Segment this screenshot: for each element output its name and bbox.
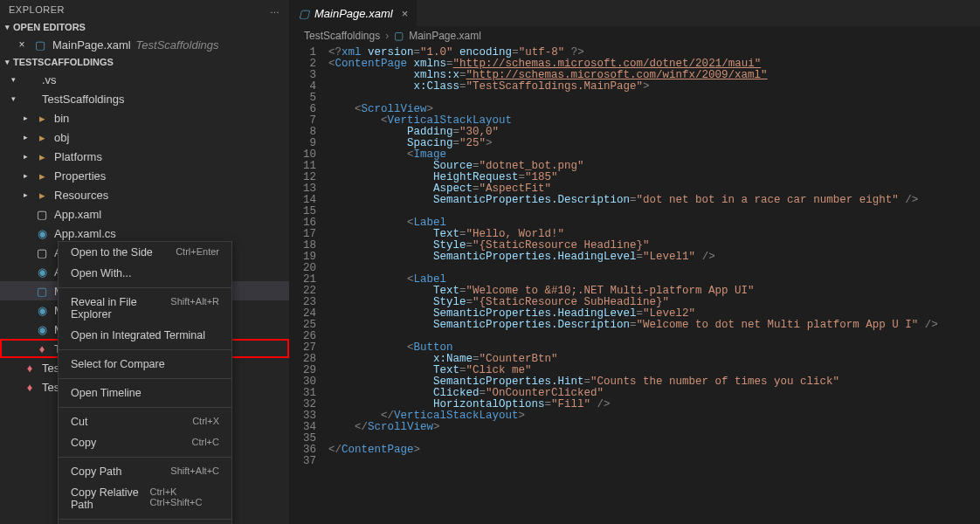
tree-item[interactable]: ▸▸bin: [0, 108, 289, 128]
chevron-icon: ▸: [21, 152, 30, 161]
open-editor-item[interactable]: × ▢ MainPage.xaml TestScaffoldings: [0, 35, 289, 54]
context-menu-item[interactable]: Select for Compare: [59, 354, 231, 375]
folder-icon: ▸: [35, 169, 49, 183]
chevron-down-icon: ▾: [5, 23, 10, 31]
cs-icon: ◉: [35, 265, 49, 279]
context-menu-label: Select for Compare: [71, 358, 165, 370]
file-xaml-icon: ▢: [299, 7, 309, 20]
tab-filename: MainPage.xaml: [314, 7, 393, 20]
context-menu-label: Reveal in File Explorer: [71, 296, 170, 321]
context-menu-item[interactable]: Open to the SideCtrl+Enter: [59, 242, 231, 263]
context-menu-item[interactable]: Copy PathShift+Alt+C: [59, 461, 231, 482]
breadcrumb-part: MainPage.xaml: [409, 30, 481, 42]
tree-item-label: Platforms: [54, 150, 102, 163]
tree-item[interactable]: ▢App.xaml: [0, 204, 289, 224]
line-number-gutter: 1234567891011121314151617181920212223242…: [290, 47, 328, 524]
explorer-header: EXPLORER …: [0, 0, 289, 19]
cs-icon: ◉: [35, 323, 49, 336]
proj-icon: ♦: [23, 381, 37, 394]
cs-icon: ◉: [35, 304, 49, 317]
code-editor[interactable]: 1234567891011121314151617181920212223242…: [290, 45, 980, 524]
context-menu-shortcut: Ctrl+C: [192, 437, 219, 449]
context-menu-label: Open Timeline: [71, 387, 141, 399]
context-menu-item[interactable]: Copy Relative PathCtrl+K Ctrl+Shift+C: [59, 482, 231, 515]
tree-item[interactable]: ▾TestScaffoldings: [0, 89, 289, 108]
tree-item-label: obj: [54, 131, 69, 144]
close-icon[interactable]: ×: [16, 38, 28, 51]
context-menu-shortcut: Ctrl+Enter: [176, 246, 219, 259]
code-line[interactable]: SemanticProperties.Description="dot net …: [328, 195, 980, 206]
tab-mainpage[interactable]: ▢ MainPage.xaml ×: [290, 0, 418, 26]
chevron-down-icon: ▾: [5, 58, 10, 66]
tree-item-label: App.xaml.cs: [54, 227, 116, 240]
code-line[interactable]: [328, 433, 980, 445]
context-menu-label: Cut: [71, 416, 87, 428]
code-line[interactable]: </ContentPage>: [328, 445, 980, 456]
separator: [59, 519, 231, 520]
context-menu-label: Copy: [71, 437, 96, 449]
breadcrumb[interactable]: TestScaffoldings › ▢ MainPage.xaml: [290, 26, 980, 45]
tree-item[interactable]: ▸▸Properties: [0, 166, 289, 185]
chevron-icon: ▸: [21, 133, 30, 141]
tree-item-label: Resources: [54, 189, 108, 202]
code-line[interactable]: [328, 456, 980, 467]
tree-item[interactable]: ▾.vs: [0, 70, 289, 89]
tab-bar: ▢ MainPage.xaml ×: [290, 0, 980, 26]
folder-icon: ▸: [35, 189, 49, 202]
context-menu-label: Open to the Side: [71, 246, 153, 259]
chevron-icon: ▸: [21, 114, 30, 122]
separator: [59, 349, 231, 350]
open-editors-list: × ▢ MainPage.xaml TestScaffoldings: [0, 35, 289, 54]
more-icon[interactable]: …: [270, 4, 280, 15]
context-menu-item[interactable]: Reveal in File ExplorerShift+Alt+R: [59, 292, 231, 325]
breadcrumb-part: TestScaffoldings: [304, 30, 380, 42]
context-menu-shortcut: Shift+Alt+R: [170, 296, 219, 321]
separator: [59, 378, 231, 379]
tree-item-label: App.xaml: [54, 208, 101, 221]
cs-icon: ◉: [35, 227, 49, 240]
context-menu-item[interactable]: Open With...: [59, 263, 231, 284]
tree-item[interactable]: ▸▸Resources: [0, 185, 289, 204]
context-menu-item[interactable]: Open Timeline: [59, 383, 231, 403]
context-menu-item[interactable]: CutCtrl+X: [59, 411, 231, 432]
code-line[interactable]: x:Class="TestScaffoldings.MainPage">: [328, 81, 980, 93]
tree-item-label: bin: [54, 112, 69, 125]
open-editors-label: OPEN EDITORS: [13, 22, 86, 32]
context-menu-label: Copy Relative Path: [71, 486, 150, 511]
proj-icon: ♦: [35, 342, 49, 355]
file-xaml-icon: ▢: [394, 30, 404, 42]
blank-icon: ▢: [35, 246, 49, 259]
tree-item[interactable]: ◉App.xaml.cs: [0, 224, 289, 243]
context-menu-label: Open in Integrated Terminal: [71, 329, 205, 341]
close-icon[interactable]: ×: [402, 7, 409, 20]
chevron-icon: ▸: [21, 190, 30, 199]
separator: [59, 407, 231, 408]
chevron-icon: ▾: [9, 94, 17, 103]
context-menu-label: Open With...: [71, 267, 131, 279]
project-section-header[interactable]: ▾ TESTSCAFFOLDINGS: [0, 54, 289, 70]
code-content[interactable]: <?xml version="1.0" encoding="utf-8" ?><…: [328, 47, 980, 524]
open-editor-detail: TestScaffoldings: [136, 38, 219, 52]
code-line[interactable]: SemanticProperties.HeadingLevel="Level1"…: [328, 252, 980, 263]
chevron-right-icon: ›: [385, 30, 389, 42]
chevron-icon: ▾: [9, 75, 17, 84]
context-menu-item[interactable]: Open in Integrated Terminal: [59, 325, 231, 346]
context-menu-item[interactable]: CopyCtrl+C: [59, 432, 231, 453]
chevron-icon: ▸: [21, 171, 30, 180]
explorer-title: EXPLORER: [9, 4, 65, 15]
tree-item[interactable]: ▸▸Platforms: [0, 147, 289, 166]
project-name-label: TESTSCAFFOLDINGS: [13, 57, 114, 67]
code-line[interactable]: </ScrollView>: [328, 422, 980, 433]
tree-item[interactable]: ▸▸obj: [0, 128, 289, 147]
separator: [59, 287, 231, 288]
line-number: 37: [290, 456, 316, 467]
open-editor-filename: MainPage.xaml: [52, 38, 131, 52]
tree-item-label: TestScaffoldings: [42, 93, 124, 106]
tree-item-label: .vs: [42, 73, 57, 86]
code-line[interactable]: SemanticProperties.Description="Welcome …: [328, 320, 980, 331]
file-xaml-icon: ▢: [33, 38, 47, 52]
context-menu-shortcut: Shift+Alt+C: [170, 465, 219, 478]
open-editors-header[interactable]: ▾ OPEN EDITORS: [0, 19, 289, 35]
separator: [59, 457, 231, 458]
context-menu-shortcut: Ctrl+X: [192, 416, 219, 428]
